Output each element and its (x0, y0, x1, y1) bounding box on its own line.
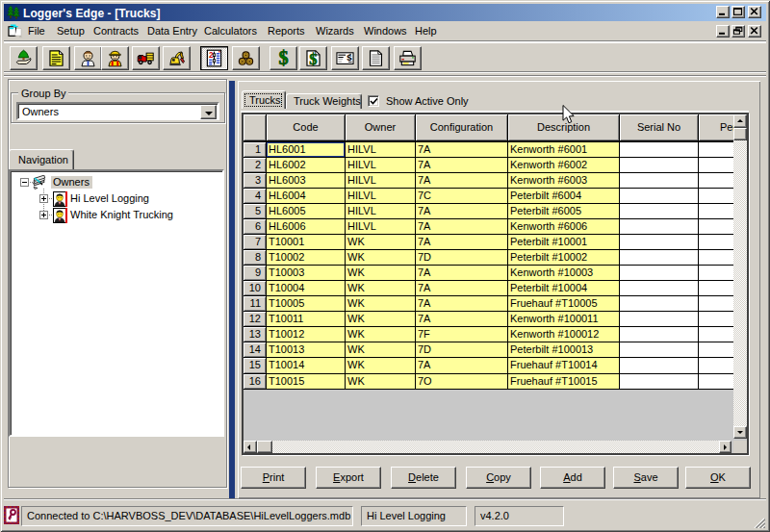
svg-text:$: $ (309, 50, 317, 67)
svg-text:$: $ (346, 52, 352, 63)
svg-text:$: $ (278, 49, 288, 67)
